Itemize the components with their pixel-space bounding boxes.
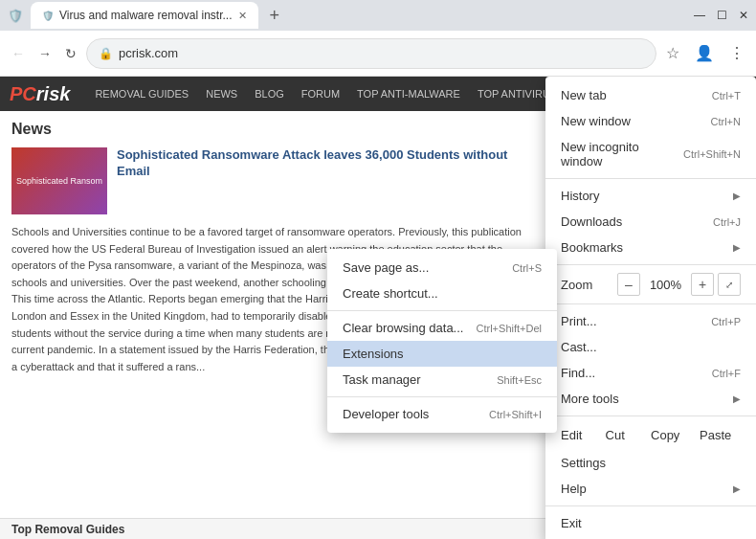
menu-new-tab-label: New tab bbox=[561, 88, 607, 102]
copy-button[interactable]: Copy bbox=[640, 424, 691, 446]
menu-cast-label: Cast... bbox=[561, 340, 597, 354]
menu-new-tab[interactable]: New tab Ctrl+T bbox=[545, 82, 756, 108]
bookmark-star-icon[interactable]: ☆ bbox=[662, 40, 683, 66]
menu-history-arrow: ▶ bbox=[733, 191, 741, 201]
submenu-clear-browsing[interactable]: Clear browsing data... Ctrl+Shift+Del bbox=[327, 315, 557, 341]
maximize-button[interactable]: ☐ bbox=[717, 9, 727, 22]
submenu-dev-tools-label: Developer tools bbox=[343, 407, 429, 421]
menu-new-tab-shortcut: Ctrl+T bbox=[712, 90, 741, 101]
submenu-extensions[interactable]: Extensions bbox=[327, 341, 557, 367]
submenu-task-manager-label: Task manager bbox=[343, 372, 421, 387]
logo-risk: risk bbox=[36, 83, 71, 105]
nav-top-anti-malware[interactable]: TOP ANTI-MALWARE bbox=[349, 84, 468, 103]
menu-settings-label: Settings bbox=[561, 456, 606, 470]
zoom-fullscreen-button[interactable]: ⤢ bbox=[718, 273, 741, 296]
close-window-button[interactable]: ✕ bbox=[739, 9, 748, 22]
main-article-title[interactable]: Sophisticated Ransomware Attack leaves 3… bbox=[117, 147, 542, 180]
menu-divider-2 bbox=[545, 264, 756, 265]
tab-close-button[interactable]: ✕ bbox=[238, 10, 247, 22]
menu-divider-3 bbox=[545, 303, 756, 304]
menu-more-tools[interactable]: More tools ▶ bbox=[545, 386, 756, 412]
profile-icon[interactable]: 👤 bbox=[691, 40, 718, 66]
edit-label: Edit bbox=[561, 428, 589, 442]
menu-print[interactable]: Print... Ctrl+P bbox=[545, 308, 756, 334]
new-tab-button[interactable]: + bbox=[266, 6, 284, 26]
menu-bookmarks[interactable]: Bookmarks ▶ bbox=[545, 235, 756, 260]
menu-downloads-shortcut: Ctrl+J bbox=[713, 216, 741, 228]
nav-blog[interactable]: BLOG bbox=[247, 84, 292, 103]
edit-row: Edit Cut Copy Paste bbox=[545, 420, 756, 450]
nav-removal-guides[interactable]: REMOVAL GUIDES bbox=[87, 84, 196, 103]
forward-button[interactable]: → bbox=[34, 42, 56, 65]
menu-new-incognito-label: New incognito window bbox=[561, 140, 678, 168]
nav-news[interactable]: NEWS bbox=[198, 84, 245, 103]
site-logo: PC risk bbox=[10, 83, 70, 105]
menu-history[interactable]: History ▶ bbox=[545, 183, 756, 209]
menu-new-window-shortcut: Ctrl+N bbox=[711, 116, 741, 127]
menu-cast[interactable]: Cast... bbox=[545, 334, 756, 360]
submenu-clear-browsing-label: Clear browsing data... bbox=[343, 321, 463, 335]
menu-find-shortcut: Ctrl+F bbox=[712, 368, 741, 379]
removal-guides-label: Top Removal Guides bbox=[11, 523, 124, 536]
menu-new-window-label: New window bbox=[561, 114, 631, 128]
submenu-task-manager[interactable]: Task manager Shift+Esc bbox=[327, 367, 557, 393]
url-text: pcrisk.com bbox=[119, 46, 178, 60]
menu-find-label: Find... bbox=[561, 366, 595, 380]
submenu-save-shortcut: Ctrl+S bbox=[512, 262, 542, 274]
submenu-create-shortcut[interactable]: Create shortcut... bbox=[327, 281, 557, 306]
menu-downloads[interactable]: Downloads Ctrl+J bbox=[545, 209, 756, 235]
url-field[interactable]: 🔒 pcrisk.com bbox=[86, 38, 656, 69]
menu-new-incognito[interactable]: New incognito window Ctrl+Shift+N bbox=[545, 134, 756, 174]
tab-title: Virus and malware removal instr... bbox=[59, 9, 233, 22]
submenu-divider-1 bbox=[327, 310, 557, 311]
kebab-menu-icon[interactable]: ⋮ bbox=[725, 40, 748, 66]
main-article: Sophisticated Ransom Sophisticated Ranso… bbox=[11, 147, 542, 214]
window-controls: — ☐ ✕ bbox=[694, 9, 748, 22]
menu-new-incognito-shortcut: Ctrl+Shift+N bbox=[683, 148, 741, 160]
main-article-thumb: Sophisticated Ransom bbox=[11, 147, 107, 214]
submenu-task-shortcut: Shift+Esc bbox=[497, 374, 542, 386]
window-favicon: 🛡️ bbox=[8, 9, 23, 23]
nav-forum[interactable]: FORUM bbox=[294, 84, 347, 103]
menu-find[interactable]: Find... Ctrl+F bbox=[545, 360, 756, 386]
menu-help[interactable]: Help ▶ bbox=[545, 476, 756, 502]
menu-history-label: History bbox=[561, 189, 599, 203]
paste-button[interactable]: Paste bbox=[690, 424, 741, 446]
menu-more-tools-label: More tools bbox=[561, 392, 619, 406]
chrome-main-menu: New tab Ctrl+T New window Ctrl+N New inc… bbox=[545, 77, 756, 539]
menu-bookmarks-label: Bookmarks bbox=[561, 240, 623, 255]
submenu-divider-2 bbox=[327, 396, 557, 397]
submenu-clear-shortcut: Ctrl+Shift+Del bbox=[477, 323, 542, 334]
logo-pc: PC bbox=[10, 83, 36, 105]
zoom-minus-button[interactable]: – bbox=[617, 273, 640, 296]
active-tab[interactable]: 🛡️ Virus and malware removal instr... ✕ bbox=[31, 2, 258, 29]
zoom-value: 100% bbox=[644, 278, 687, 292]
menu-bookmarks-arrow: ▶ bbox=[733, 242, 741, 253]
address-bar: ← → ↻ 🔒 pcrisk.com ☆ 👤 ⋮ bbox=[0, 31, 756, 77]
submenu-create-shortcut-label: Create shortcut... bbox=[343, 286, 438, 301]
main-article-content: Sophisticated Ransomware Attack leaves 3… bbox=[117, 147, 542, 214]
menu-exit[interactable]: Exit bbox=[545, 510, 756, 536]
lock-icon: 🔒 bbox=[99, 47, 113, 60]
toolbar-icons: ☆ 👤 ⋮ bbox=[662, 40, 748, 66]
menu-help-label: Help bbox=[561, 482, 587, 496]
menu-exit-label: Exit bbox=[561, 516, 582, 530]
tab-favicon: 🛡️ bbox=[42, 11, 54, 21]
menu-print-label: Print... bbox=[561, 314, 597, 328]
minimize-button[interactable]: — bbox=[694, 9, 705, 22]
zoom-plus-button[interactable]: + bbox=[691, 273, 714, 296]
submenu-extensions-label: Extensions bbox=[343, 347, 404, 361]
submenu-save-page[interactable]: Save page as... Ctrl+S bbox=[327, 255, 557, 281]
menu-help-arrow: ▶ bbox=[733, 483, 741, 494]
menu-new-window[interactable]: New window Ctrl+N bbox=[545, 108, 756, 134]
menu-downloads-label: Downloads bbox=[561, 214, 622, 229]
cut-button[interactable]: Cut bbox=[589, 424, 640, 446]
menu-divider-1 bbox=[545, 178, 756, 179]
menu-settings[interactable]: Settings bbox=[545, 450, 756, 476]
submenu-save-page-label: Save page as... bbox=[343, 260, 429, 275]
reload-button[interactable]: ↻ bbox=[61, 42, 80, 65]
submenu-dev-tools[interactable]: Developer tools Ctrl+Shift+I bbox=[327, 401, 557, 427]
menu-more-tools-arrow: ▶ bbox=[733, 393, 741, 404]
menu-divider-5 bbox=[545, 505, 756, 506]
back-button[interactable]: ← bbox=[8, 42, 29, 65]
